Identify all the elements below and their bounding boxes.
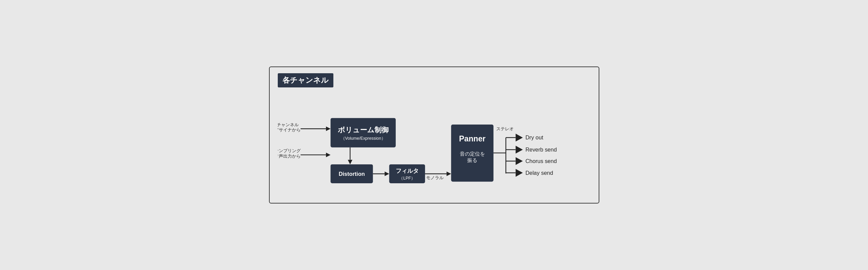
arrow-filter-panner-head xyxy=(446,171,451,176)
input-label-1b: アサイナから xyxy=(278,128,301,132)
panner-title: Panner xyxy=(459,134,485,143)
panner-sub2: 振る xyxy=(467,158,477,163)
distortion-title: Distortion xyxy=(338,171,365,177)
stereo-label: ステレオ xyxy=(496,127,513,131)
mono-label: モノラル xyxy=(426,176,443,180)
flow-diagram: チャンネル アサイナから サンプリング 音声出力から ボリューム制御 （Volu… xyxy=(278,93,591,195)
output-reverb: Reverb send xyxy=(525,146,557,153)
volume-title: ボリューム制御 xyxy=(337,126,388,134)
output-delay: Delay send xyxy=(525,170,553,176)
input-label-2: サンプリング xyxy=(278,148,301,153)
filter-sub: （LPF） xyxy=(399,176,415,181)
filter-title: フィルタ xyxy=(395,167,418,174)
input-label-1: チャンネル xyxy=(278,123,299,127)
arrow-chorus xyxy=(515,157,522,165)
output-dry: Dry out xyxy=(525,134,543,140)
arrow-dist-filter-head xyxy=(385,171,389,176)
v-arrow-head xyxy=(348,160,352,164)
diagram-container: 各チャンネル チャンネル アサイナから サンプリング 音声出力から ボリューム制… xyxy=(269,66,599,204)
arrow-dry xyxy=(515,134,522,141)
arrow-reverb xyxy=(515,146,522,154)
output-chorus: Chorus send xyxy=(525,158,557,164)
input-label-2b: 音声出力から xyxy=(278,154,301,159)
arrow-delay xyxy=(515,169,522,177)
arrow-input1-head xyxy=(326,127,331,131)
panner-sub1: 音の定位を xyxy=(459,151,485,157)
arrow-input2-head xyxy=(326,153,331,157)
page-title: 各チャンネル xyxy=(278,73,333,87)
volume-sub: （Volume/Expression） xyxy=(340,136,385,141)
